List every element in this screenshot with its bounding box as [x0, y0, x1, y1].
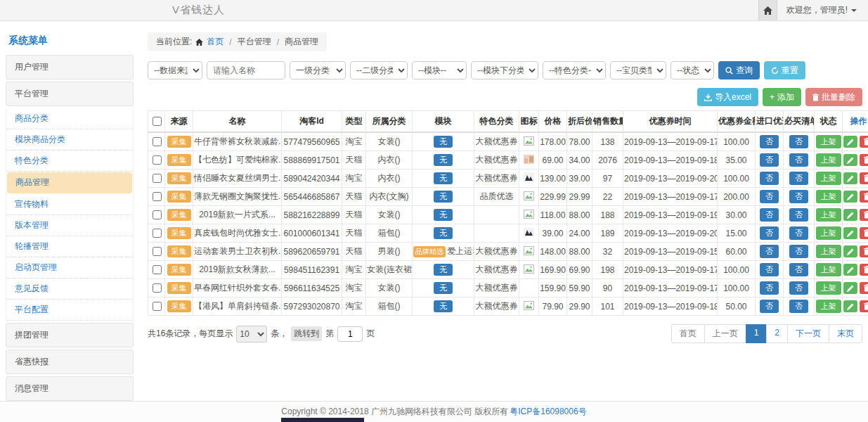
status-button[interactable]: 上架: [816, 135, 841, 148]
row-checkbox[interactable]: [153, 283, 162, 293]
delete-button[interactable]: [860, 282, 868, 294]
pagination-button[interactable]: 下一页: [787, 324, 829, 343]
edit-button[interactable]: [843, 209, 857, 221]
reset-button[interactable]: 重置: [764, 61, 805, 79]
status-button[interactable]: 上架: [816, 172, 841, 185]
status-button[interactable]: 上架: [816, 226, 841, 240]
delete-button[interactable]: [860, 300, 868, 312]
delete-button[interactable]: [860, 227, 868, 239]
row-checkbox[interactable]: [153, 210, 162, 219]
filter-select-5[interactable]: --特色分类--: [543, 61, 606, 79]
sidebar-item-消息管理[interactable]: 消息管理: [6, 376, 134, 401]
import-select-toggle[interactable]: 否: [760, 172, 779, 185]
must-buy-toggle[interactable]: 否: [789, 208, 808, 222]
must-buy-toggle[interactable]: 否: [789, 263, 808, 276]
import-excel-button[interactable]: 导入excel: [697, 88, 758, 106]
import-select-toggle[interactable]: 否: [760, 281, 779, 295]
must-buy-toggle[interactable]: 否: [789, 226, 808, 240]
must-buy-toggle[interactable]: 否: [789, 281, 808, 295]
sidebar-item-模块商品分类[interactable]: 模块商品分类: [6, 129, 133, 151]
delete-button[interactable]: [860, 245, 868, 257]
import-select-toggle[interactable]: 否: [760, 153, 779, 167]
status-button[interactable]: 上架: [816, 208, 841, 222]
edit-button[interactable]: [843, 300, 857, 312]
filter-select-2[interactable]: --二级分类--: [350, 61, 408, 79]
filter-select-7[interactable]: --状态--: [671, 61, 714, 79]
status-button[interactable]: 上架: [816, 300, 841, 313]
import-select-toggle[interactable]: 否: [760, 245, 779, 258]
delete-button[interactable]: [860, 191, 868, 203]
sidebar-item-商品分类[interactable]: 商品分类: [6, 108, 133, 129]
row-checkbox[interactable]: [153, 302, 162, 311]
pagination-button[interactable]: 2: [766, 324, 788, 343]
status-button[interactable]: 上架: [816, 281, 841, 295]
sidebar-item-轮播管理[interactable]: 轮播管理: [6, 236, 133, 257]
sidebar-item-平台配置[interactable]: 平台配置: [6, 300, 133, 321]
sidebar-item-特色分类[interactable]: 特色分类: [6, 151, 133, 172]
delete-button[interactable]: [860, 154, 868, 166]
select-all-checkbox[interactable]: [153, 117, 162, 126]
delete-button[interactable]: [860, 136, 868, 148]
sidebar-item-版本管理[interactable]: 版本管理: [6, 215, 133, 236]
edit-button[interactable]: [843, 245, 857, 257]
search-button[interactable]: 查询: [718, 61, 760, 79]
sidebar-item-启动页管理[interactable]: 启动页管理: [6, 257, 133, 279]
sidebar-item-宣传物料[interactable]: 宣传物料: [6, 194, 133, 215]
filter-select-6[interactable]: --宝贝类型--: [610, 61, 666, 79]
status-button[interactable]: 上架: [816, 153, 841, 167]
must-buy-toggle[interactable]: 否: [789, 190, 808, 203]
must-buy-toggle[interactable]: 否: [789, 245, 808, 258]
pagination-button[interactable]: 首页: [671, 324, 705, 343]
pagination-button[interactable]: 上一页: [704, 324, 746, 343]
add-button[interactable]: + 添加: [763, 88, 801, 106]
filter-select-0[interactable]: --数据来源--: [148, 61, 202, 79]
filter-select-3[interactable]: --模块--: [412, 61, 467, 79]
user-menu[interactable]: 欢迎您，管理员!: [786, 4, 857, 16]
import-select-toggle[interactable]: 否: [760, 190, 779, 203]
row-checkbox[interactable]: [153, 247, 162, 256]
edit-button[interactable]: [843, 172, 857, 184]
import-select-toggle[interactable]: 否: [760, 208, 779, 222]
import-select-toggle[interactable]: 否: [760, 263, 779, 276]
pagination-button[interactable]: 1: [746, 324, 767, 343]
breadcrumb-home-link[interactable]: 首页: [207, 36, 224, 48]
import-select-toggle[interactable]: 否: [760, 135, 779, 148]
page-number-input[interactable]: [337, 326, 363, 342]
sidebar-item-商品管理[interactable]: 商品管理: [7, 172, 132, 193]
import-select-toggle[interactable]: 否: [760, 226, 779, 240]
must-buy-toggle[interactable]: 否: [789, 172, 808, 185]
row-checkbox[interactable]: [153, 155, 162, 165]
row-checkbox[interactable]: [153, 137, 162, 146]
delete-button[interactable]: [860, 172, 868, 184]
filter-select-4[interactable]: --模块下分类--: [471, 61, 538, 79]
status-button[interactable]: 上架: [816, 190, 841, 203]
batch-delete-button[interactable]: 批量删除: [805, 88, 862, 106]
sidebar-item-意见反馈[interactable]: 意见反馈: [6, 279, 133, 300]
status-button[interactable]: 上架: [816, 245, 841, 258]
sidebar-item-省惠快报[interactable]: 省惠快报: [6, 350, 134, 374]
edit-button[interactable]: [843, 136, 857, 148]
status-button[interactable]: 上架: [816, 263, 841, 276]
must-buy-toggle[interactable]: 否: [789, 135, 808, 148]
sidebar-item-平台管理[interactable]: 平台管理: [6, 82, 134, 106]
must-buy-toggle[interactable]: 否: [789, 153, 808, 167]
pagination-button[interactable]: 末页: [829, 324, 862, 343]
name-search-input[interactable]: [207, 61, 285, 79]
edit-button[interactable]: [843, 264, 857, 276]
import-select-toggle[interactable]: 否: [760, 300, 779, 313]
delete-button[interactable]: [860, 209, 868, 221]
edit-button[interactable]: [843, 154, 857, 166]
icp-link[interactable]: 粤ICP备16098006号: [510, 406, 586, 418]
must-buy-toggle[interactable]: 否: [789, 300, 808, 313]
page-size-select[interactable]: 10: [236, 326, 267, 343]
row-checkbox[interactable]: [153, 174, 162, 183]
home-icon[interactable]: [758, 0, 777, 20]
delete-button[interactable]: [860, 264, 868, 276]
edit-button[interactable]: [843, 282, 857, 294]
row-checkbox[interactable]: [153, 265, 162, 274]
row-checkbox[interactable]: [153, 229, 162, 238]
row-checkbox[interactable]: [153, 192, 162, 201]
sidebar-item-拼团管理[interactable]: 拼团管理: [6, 323, 134, 347]
filter-select-1[interactable]: 一级分类: [290, 61, 346, 79]
edit-button[interactable]: [843, 191, 857, 203]
